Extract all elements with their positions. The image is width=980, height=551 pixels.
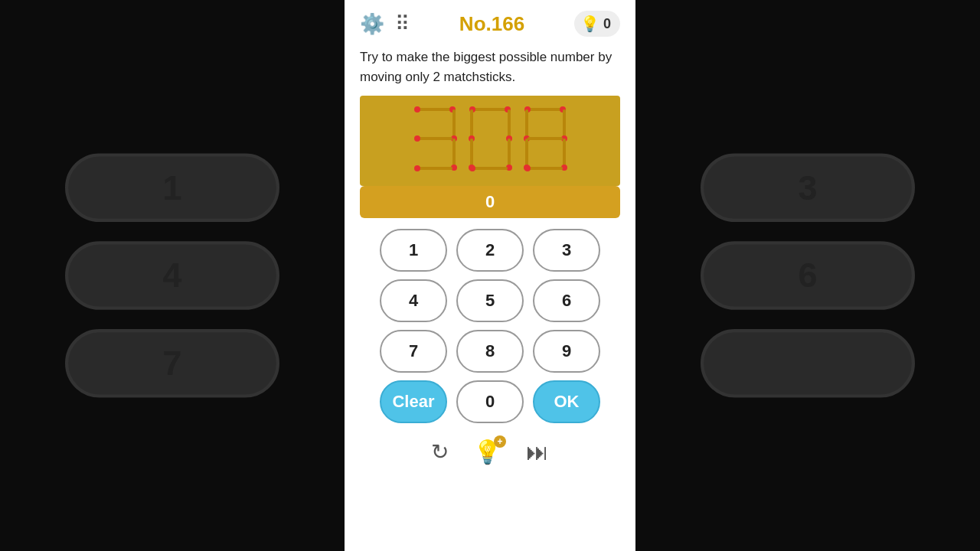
btn-6[interactable]: 6 — [533, 279, 600, 322]
digit-3 — [411, 105, 459, 174]
clear-button[interactable]: Clear — [380, 380, 447, 423]
svg-point-23 — [469, 165, 475, 171]
svg-point-1 — [414, 106, 420, 112]
hint-icon[interactable]: 💡 + — [473, 439, 501, 465]
btn-9[interactable]: 9 — [533, 330, 600, 373]
numpad-row-4: Clear 0 OK — [360, 380, 620, 423]
header: ⚙️ ⠿ No.166 💡 0 — [360, 0, 620, 44]
hint-bulb-icon: 💡 — [580, 15, 599, 33]
bg-pill-3: 3 — [701, 153, 915, 222]
restart-icon[interactable]: ↻ — [431, 439, 449, 465]
bg-pill-empty — [701, 329, 915, 398]
digit-0 — [466, 105, 514, 174]
btn-0[interactable]: 0 — [456, 380, 524, 423]
btn-2[interactable]: 2 — [456, 229, 524, 272]
instruction-text: Try to make the biggest possible number … — [360, 44, 620, 96]
svg-point-6 — [414, 135, 420, 142]
grid-icon[interactable]: ⠿ — [395, 12, 410, 36]
matchstick-display — [411, 105, 569, 174]
numpad-row-3: 7 8 9 — [360, 330, 620, 373]
bg-pill-7: 7 — [65, 329, 279, 398]
btn-8[interactable]: 8 — [456, 330, 524, 373]
matchstick-area — [360, 96, 620, 186]
btn-1[interactable]: 1 — [380, 229, 447, 272]
btn-3[interactable]: 3 — [533, 229, 600, 272]
background-right: 3 6 — [635, 0, 980, 551]
btn-7[interactable]: 7 — [380, 330, 447, 373]
settings-icon[interactable]: ⚙️ — [360, 12, 384, 36]
numpad: 1 2 3 4 5 6 7 8 9 Clear 0 OK — [360, 229, 620, 423]
hint-plus-icon: + — [494, 435, 506, 448]
puzzle-number: No.166 — [459, 12, 524, 36]
digit-8 — [521, 105, 569, 174]
bg-pill-1: 1 — [65, 153, 279, 222]
hint-count: 0 — [603, 16, 611, 32]
btn-4[interactable]: 4 — [380, 279, 447, 322]
hint-badge[interactable]: 💡 0 — [574, 11, 620, 37]
svg-point-37 — [524, 165, 531, 171]
numpad-row-2: 4 5 6 — [360, 279, 620, 322]
btn-5[interactable]: 5 — [456, 279, 524, 322]
header-left-icons: ⚙️ ⠿ — [360, 12, 410, 36]
bottom-actions: ↻ 💡 + ⏭ — [431, 439, 549, 465]
bg-pill-6: 6 — [701, 241, 915, 310]
svg-point-10 — [414, 165, 420, 171]
bg-pill-4: 4 — [65, 241, 279, 310]
numpad-row-1: 1 2 3 — [360, 229, 620, 272]
ok-button[interactable]: OK — [533, 380, 600, 423]
skip-icon[interactable]: ⏭ — [526, 439, 549, 465]
background-left: 1 4 7 — [0, 0, 345, 551]
main-panel: ⚙️ ⠿ No.166 💡 0 Try to make the biggest … — [345, 0, 635, 551]
answer-display: 0 — [360, 186, 620, 218]
